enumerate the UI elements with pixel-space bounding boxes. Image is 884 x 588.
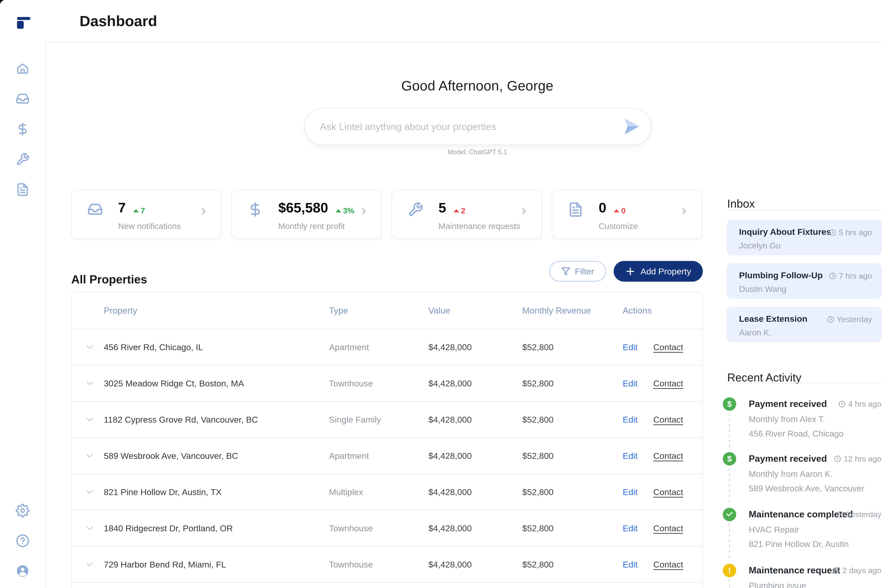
sidebar-nav-item[interactable] <box>11 148 34 171</box>
property-revenue: $52,800 <box>522 415 553 424</box>
activity-item: ! Maintenance request 2 days ago Plumbin… <box>723 564 882 588</box>
sidebar-nav-item[interactable] <box>11 57 34 81</box>
stat-card[interactable]: 0 0 Customize <box>552 190 702 239</box>
trend-up-icon <box>133 209 139 212</box>
property-address: 729 Harbor Bend Rd, Miami, FL <box>104 560 226 570</box>
edit-link[interactable]: Edit <box>623 560 637 570</box>
activity-badge <box>723 508 736 521</box>
property-address: 589 Wesbrook Ave, Vancouver, BC <box>104 451 238 461</box>
activity-address: 821 Pine Hollow Dr, Austin <box>749 539 849 549</box>
model-note: Model: ChatGPT 5.1 <box>50 148 884 156</box>
plus-icon <box>625 266 635 276</box>
table-header: Property Type Value Monthly Revenue Acti… <box>72 292 702 329</box>
edit-link[interactable]: Edit <box>623 451 637 461</box>
col-type[interactable]: Type <box>329 306 348 316</box>
contact-link[interactable]: Contact <box>653 342 683 352</box>
chevron-right-icon[interactable] <box>679 206 689 216</box>
row-expand-chevron-down-icon[interactable] <box>84 342 95 352</box>
row-expand-chevron-down-icon[interactable] <box>84 414 95 425</box>
contact-link[interactable]: Contact <box>653 560 683 570</box>
stat-delta: 2 <box>454 206 465 215</box>
contact-link[interactable]: Contact <box>653 378 683 388</box>
trend-up-icon <box>614 209 619 212</box>
stat-icon <box>87 202 103 218</box>
chevron-right-icon[interactable] <box>519 206 529 216</box>
activity-title: Maintenance request <box>749 565 840 576</box>
filter-icon <box>561 267 570 276</box>
section-title-all-properties: All Properties <box>71 273 147 286</box>
stat-label: New notifications <box>118 221 181 231</box>
sidebar-nav-item[interactable] <box>11 178 34 202</box>
properties-table: Property Type Value Monthly Revenue Acti… <box>71 292 703 588</box>
contact-link[interactable]: Contact <box>653 451 683 461</box>
sidebar-nav-item[interactable] <box>11 88 34 111</box>
stat-card[interactable]: 5 2 Maintenance requests <box>392 190 542 239</box>
col-monthly-revenue[interactable]: Monthly Revenue <box>522 306 591 316</box>
greeting-heading: Good Afternoon, George <box>50 78 884 94</box>
recent-activity-divider <box>727 383 882 383</box>
nav-icon <box>16 153 30 167</box>
stat-delta: 3% <box>335 206 354 215</box>
contact-link[interactable]: Contact <box>653 487 683 497</box>
edit-link[interactable]: Edit <box>623 487 637 497</box>
nav-icon <box>16 534 30 548</box>
activity-badge-icon <box>726 510 734 519</box>
sidebar-footer-item[interactable] <box>11 560 34 583</box>
row-expand-chevron-down-icon[interactable] <box>84 451 95 461</box>
contact-link[interactable]: Contact <box>653 524 683 533</box>
table-row: 503 Lake Harbor Dr, Minneapolis, MN Apar… <box>72 583 702 588</box>
col-value[interactable]: Value <box>428 306 450 316</box>
edit-link[interactable]: Edit <box>623 415 637 424</box>
inbox-item[interactable]: Plumbing Follow-Up 7 hrs ago Dustin Wang <box>727 263 882 299</box>
activity-item: $ Payment received 4 hrs ago Monthly fro… <box>723 398 882 443</box>
dashboard-page: Dashboard Good Afternoon, George Model: … <box>0 0 884 588</box>
add-property-button[interactable]: Add Property <box>614 261 703 282</box>
property-type: Townhouse <box>329 524 373 533</box>
stat-delta-value: 2 <box>461 206 465 215</box>
clock-icon <box>834 455 841 462</box>
property-value: $4,428,000 <box>428 487 472 497</box>
edit-link[interactable]: Edit <box>623 378 637 388</box>
col-property[interactable]: Property <box>104 306 137 316</box>
inbox-time: Yesterday <box>827 315 872 324</box>
stat-card[interactable]: $65,580 3% Monthly rent profit <box>232 190 382 239</box>
sidebar-nav-item[interactable] <box>11 118 34 141</box>
sidebar-footer-item[interactable] <box>11 499 34 523</box>
property-revenue: $52,800 <box>522 378 553 388</box>
property-revenue: $52,800 <box>522 560 553 570</box>
property-value: $4,428,000 <box>428 560 472 570</box>
row-expand-chevron-down-icon[interactable] <box>84 560 95 570</box>
col-actions: Actions <box>623 306 652 316</box>
send-button[interactable] <box>621 116 642 137</box>
row-expand-chevron-down-icon[interactable] <box>84 523 95 533</box>
chevron-right-icon[interactable] <box>359 206 369 216</box>
stat-icon <box>568 202 583 218</box>
chevron-right-icon[interactable] <box>199 206 209 216</box>
stat-delta-value: 7 <box>141 206 145 215</box>
add-property-label: Add Property <box>640 266 691 276</box>
row-expand-chevron-down-icon[interactable] <box>84 487 95 497</box>
stat-delta-value: 3% <box>343 206 354 215</box>
activity-time-text: 4 hrs ago <box>848 399 881 409</box>
edit-link[interactable]: Edit <box>623 524 637 533</box>
property-value: $4,428,000 <box>428 378 472 388</box>
timeline-connector <box>729 524 730 561</box>
ask-input[interactable] <box>320 121 621 132</box>
inbox-list: Inquiry About Fixtures 5 hrs ago Jocelyn… <box>727 220 882 342</box>
sidebar-footer-nav <box>11 499 34 583</box>
clock-icon <box>829 229 836 236</box>
inbox-time-text: 5 hrs ago <box>839 228 872 237</box>
property-revenue: $52,800 <box>522 342 553 352</box>
activity-detail: HVAC Repair <box>749 525 799 534</box>
stat-card[interactable]: 7 7 New notifications <box>71 190 221 239</box>
inbox-item[interactable]: Inquiry About Fixtures 5 hrs ago Jocelyn… <box>727 220 882 255</box>
timeline-connector <box>729 413 730 450</box>
row-expand-chevron-down-icon[interactable] <box>84 378 95 388</box>
edit-link[interactable]: Edit <box>623 342 637 352</box>
sidebar-footer-item[interactable] <box>11 530 34 553</box>
inbox-item[interactable]: Lease Extension Yesterday Aaron K. <box>727 307 882 342</box>
property-revenue: $52,800 <box>522 524 553 533</box>
filter-button[interactable]: Filter <box>549 261 606 282</box>
contact-link[interactable]: Contact <box>653 415 683 424</box>
activity-title: Payment received <box>749 398 827 409</box>
